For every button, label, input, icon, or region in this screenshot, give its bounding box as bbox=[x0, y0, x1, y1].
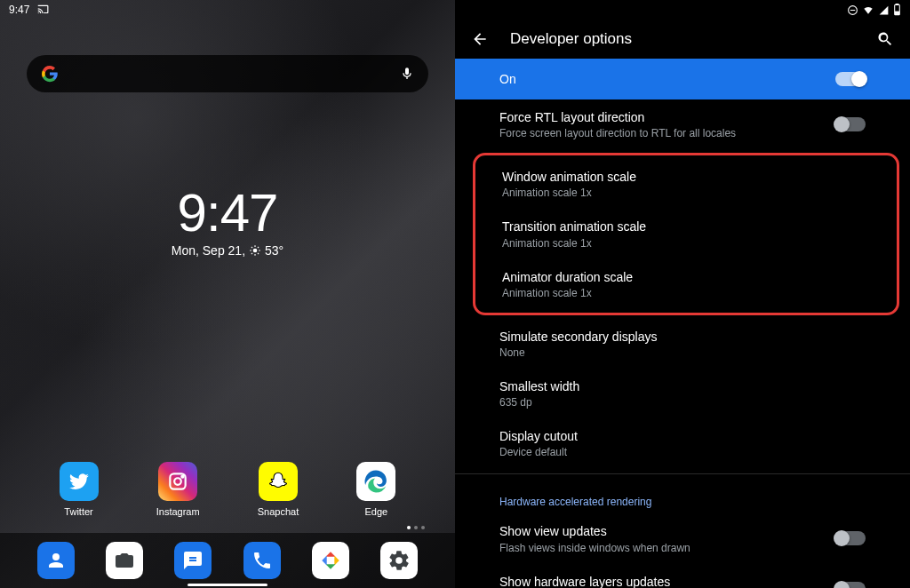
setting-force-rtl[interactable]: Force RTL layout direction Force screen … bbox=[455, 99, 910, 149]
mic-icon[interactable] bbox=[400, 67, 414, 81]
svg-rect-15 bbox=[896, 4, 898, 4]
app-label: Edge bbox=[365, 506, 388, 517]
dock-messages[interactable] bbox=[174, 542, 212, 579]
google-search-bar[interactable] bbox=[27, 55, 428, 92]
setting-title: Smallest width bbox=[499, 378, 866, 394]
settings-screen: Developer options On Force RTL layout di… bbox=[455, 0, 910, 588]
dock-settings[interactable] bbox=[380, 542, 418, 579]
svg-line-8 bbox=[258, 247, 259, 248]
app-instagram[interactable]: Instagram bbox=[156, 462, 200, 517]
app-edge[interactable]: Edge bbox=[356, 462, 395, 517]
svg-point-11 bbox=[181, 476, 183, 478]
dock-photos[interactable] bbox=[312, 542, 349, 579]
svg-point-10 bbox=[174, 478, 181, 485]
clock-date-row: Mon, Sep 21, 53° bbox=[0, 243, 455, 258]
divider bbox=[455, 473, 910, 474]
setting-subtitle: None bbox=[499, 346, 866, 359]
status-time: 9:47 bbox=[9, 4, 29, 16]
setting-title: Animator duration scale bbox=[502, 269, 870, 285]
edge-icon bbox=[356, 462, 395, 501]
dock-phone[interactable] bbox=[243, 542, 281, 579]
setting-title: Force RTL layout direction bbox=[499, 109, 826, 125]
app-twitter[interactable]: Twitter bbox=[60, 462, 99, 517]
app-label: Instagram bbox=[156, 506, 200, 517]
setting-simulate-displays[interactable]: Simulate secondary displays None bbox=[455, 319, 910, 369]
dock bbox=[0, 533, 455, 588]
setting-subtitle: Animation scale 1x bbox=[502, 287, 870, 299]
dot bbox=[414, 526, 418, 529]
app-label: Snapchat bbox=[258, 506, 299, 517]
battery-icon bbox=[893, 4, 901, 16]
wifi-icon bbox=[862, 4, 874, 16]
toggle-switch[interactable] bbox=[835, 531, 866, 545]
section-header-hw-rendering: Hardware accelerated rendering bbox=[455, 480, 910, 513]
clock-widget[interactable]: 9:47 Mon, Sep 21, 53° bbox=[0, 182, 455, 258]
svg-line-7 bbox=[251, 253, 252, 254]
svg-rect-16 bbox=[895, 12, 898, 14]
setting-subtitle: 635 dp bbox=[499, 396, 866, 409]
clock-date: Mon, Sep 21, bbox=[172, 243, 245, 258]
instagram-icon bbox=[158, 462, 197, 501]
setting-title: Display cutout bbox=[499, 428, 866, 444]
app-snapchat[interactable]: Snapchat bbox=[258, 462, 299, 517]
setting-smallest-width[interactable]: Smallest width 635 dp bbox=[455, 369, 910, 418]
title-bar: Developer options bbox=[455, 20, 910, 59]
highlight-annotation: Window animation scale Animation scale 1… bbox=[473, 153, 899, 315]
setting-subtitle: Device default bbox=[499, 446, 866, 458]
google-logo-icon bbox=[41, 65, 59, 83]
setting-animator-duration[interactable]: Animator duration scale Animation scale … bbox=[475, 259, 897, 309]
svg-line-5 bbox=[251, 247, 252, 248]
status-bar bbox=[455, 0, 910, 20]
snapchat-icon bbox=[259, 462, 298, 501]
toggle-switch[interactable] bbox=[835, 117, 866, 131]
setting-title: Show view updates bbox=[499, 523, 826, 539]
search-icon[interactable] bbox=[876, 30, 894, 48]
svg-point-0 bbox=[253, 249, 258, 253]
clock-time: 9:47 bbox=[0, 182, 455, 243]
settings-list[interactable]: Force RTL layout direction Force screen … bbox=[455, 99, 910, 588]
setting-title: Transition animation scale bbox=[502, 219, 870, 234]
cast-icon bbox=[36, 4, 49, 16]
dock-camera[interactable] bbox=[106, 542, 143, 579]
setting-transition-animation[interactable]: Transition animation scale Animation sca… bbox=[475, 209, 897, 258]
dot bbox=[407, 526, 411, 529]
setting-title: Show hardware layers updates bbox=[499, 574, 826, 589]
setting-subtitle: Animation scale 1x bbox=[502, 187, 870, 199]
master-toggle-switch[interactable] bbox=[835, 72, 866, 86]
setting-title: Simulate secondary displays bbox=[499, 329, 866, 345]
setting-title: Window animation scale bbox=[502, 169, 870, 185]
home-apps-row: Twitter Instagram Snapchat Edge bbox=[0, 462, 455, 517]
master-toggle-bar[interactable]: On bbox=[455, 59, 910, 99]
setting-subtitle: Animation scale 1x bbox=[502, 237, 870, 250]
signal-icon bbox=[878, 4, 890, 16]
toggle-switch[interactable] bbox=[835, 582, 866, 588]
twitter-icon bbox=[60, 462, 99, 501]
setting-subtitle: Force screen layout direction to RTL for… bbox=[499, 127, 826, 139]
app-label: Twitter bbox=[64, 506, 92, 517]
master-toggle-label: On bbox=[499, 72, 516, 86]
dock-contacts[interactable] bbox=[37, 542, 75, 579]
setting-subtitle: Flash views inside windows when drawn bbox=[499, 542, 826, 554]
setting-window-animation[interactable]: Window animation scale Animation scale 1… bbox=[475, 159, 897, 209]
dnd-icon bbox=[847, 4, 858, 16]
dot bbox=[421, 526, 425, 529]
back-button[interactable] bbox=[471, 30, 489, 48]
nav-indicator[interactable] bbox=[188, 584, 267, 586]
setting-display-cutout[interactable]: Display cutout Device default bbox=[455, 418, 910, 468]
status-bar: 9:47 bbox=[0, 0, 455, 20]
clock-temp: 53° bbox=[265, 243, 283, 258]
svg-line-6 bbox=[258, 253, 259, 254]
weather-sun-icon bbox=[249, 244, 261, 257]
page-title: Developer options bbox=[510, 30, 632, 48]
home-screen: 9:47 9:47 Mon, Sep 21, 53° Twitter bbox=[0, 0, 455, 588]
setting-view-updates[interactable]: Show view updates Flash views inside win… bbox=[455, 513, 910, 563]
setting-hw-layers-updates[interactable]: Show hardware layers updates Flash hardw… bbox=[455, 564, 910, 589]
page-dots bbox=[407, 526, 425, 529]
